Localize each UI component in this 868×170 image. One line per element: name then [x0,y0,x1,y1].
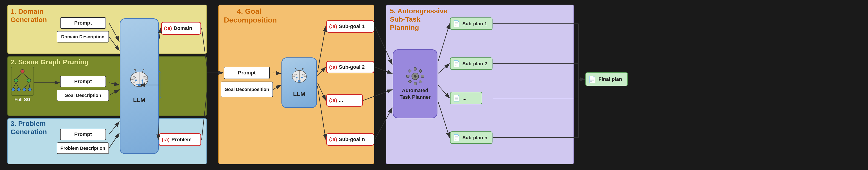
brain-svg-left [128,69,151,94]
sec2-goal-desc-label: Goal Description [64,93,101,98]
svg-point-45 [302,68,304,69]
subgoal-ellipsis-label: ... [339,97,343,103]
svg-rect-29 [138,84,141,86]
subgoal-n-badge: (:a) Sub-goal n [326,133,374,146]
subgoal-1-badge: (:a) Sub-goal 1 [326,20,374,33]
sec4-prompt-label: Prompt [238,70,256,76]
svg-point-3 [12,88,15,91]
svg-rect-41 [298,80,301,82]
sec1-prompt-box: Prompt [60,17,106,29]
sec3-problem-label: Problem [172,137,191,143]
sec1-domain-desc-label: Domain Description [61,34,104,39]
sec4-goal-decomp-box: Goal Decomposition [221,82,273,97]
subgoal-1-prefix: (:a) [329,23,337,29]
subplan-n-box: 📄 Sub-plan n [450,132,493,144]
subplan-2-label: Sub-plan 2 [462,61,487,66]
svg-line-8 [23,73,29,79]
sec1-domain-result: (:a) Domain [161,22,201,35]
subplan-1-doc-icon: 📄 [453,20,460,27]
svg-rect-52 [408,69,411,73]
subgoal-ellipsis-badge: (:a) ... [326,94,363,107]
svg-rect-51 [421,75,424,78]
sec1-domain-label: Domain [174,25,192,31]
svg-point-36 [296,77,298,78]
section-2-title: 2. Scene Graph Pruning [10,58,89,66]
llm-label-sec4: LLM [293,90,305,97]
subgoal-ellipsis-prefix: (:a) [329,97,337,103]
subgoal-2-label: Sub-goal 2 [339,64,365,70]
subgoal-n-label: Sub-goal n [339,137,365,142]
subplan-ellipsis-box: 📄 ... [450,92,482,104]
sec3-problem-result: (:a) Problem [159,133,201,146]
llm-label-left: LLM [133,96,145,104]
final-plan-box: 📄 Final plan [585,73,628,86]
subplan-2-box: 📄 Sub-plan 2 [450,57,493,70]
svg-rect-50 [406,75,409,78]
llm-box-left: LLM [120,18,159,154]
section-4-title: 4. Goal Decomposition [224,7,274,25]
svg-line-10 [16,82,19,88]
sec3-prompt-label: Prompt [74,132,92,137]
svg-point-5 [23,88,26,91]
svg-rect-48 [414,67,416,70]
atp-label: Automated Task Planner [397,87,433,101]
llm-box-sec4: LLM [281,57,317,108]
subplan-ellipsis-label: ... [462,95,467,101]
svg-rect-49 [414,82,416,85]
svg-point-31 [134,69,135,70]
section-1-title: 1. Domain Generation [10,7,56,24]
svg-line-11 [24,82,29,88]
sec3-prompt-box: Prompt [60,129,106,140]
sec4-prompt-box: Prompt [224,67,270,79]
subplan-n-doc-icon: 📄 [453,134,460,141]
svg-line-7 [16,73,23,79]
subplan-ellipsis-doc-icon: 📄 [453,95,460,102]
svg-rect-54 [408,80,411,83]
svg-point-4 [17,88,21,91]
svg-point-25 [142,80,143,81]
subplan-n-label: Sub-plan n [462,135,488,140]
atp-box: Automated Task Planner [393,49,437,118]
gear-svg [406,67,424,85]
subplan-1-box: 📄 Sub-plan 1 [450,18,493,30]
sec4-goal-decomp-label: Goal Decomposition [224,86,269,92]
sec1-prompt-label: Prompt [74,20,92,26]
subgoal-2-badge: (:a) Sub-goal 2 [326,61,374,73]
svg-line-9 [13,82,16,88]
svg-point-43 [295,68,297,69]
sec2-prompt-box: Prompt [60,76,106,87]
sec3-problem-desc-box: Problem Description [57,142,109,154]
section-5-title: 5. Autoregressive Sub-Task Planning [390,7,450,32]
full-sg-icon [11,67,34,96]
svg-rect-55 [418,80,422,83]
svg-point-37 [301,77,303,78]
section-3-title: 3. Problem Generation [10,119,52,136]
svg-point-47 [414,75,416,78]
subgoal-2-prefix: (:a) [329,64,337,70]
sec2-goal-desc-box: Goal Description [57,90,109,101]
svg-point-24 [135,80,137,81]
svg-point-0 [21,69,24,73]
full-sg-label: Full SG [11,97,34,102]
subplan-2-doc-icon: 📄 [453,60,460,67]
sec1-domain-desc-box: Domain Description [57,31,109,42]
svg-line-12 [29,82,30,88]
svg-point-6 [28,88,31,91]
diagram-wrapper: 1. Domain Generation 2. Scene Graph Prun… [7,5,861,165]
svg-point-1 [14,79,18,82]
subgoal-n-prefix: (:a) [329,137,337,142]
svg-point-2 [27,79,31,82]
sec3-problem-desc-label: Problem Description [60,146,105,151]
subgoal-1-label: Sub-goal 1 [339,23,365,29]
svg-point-33 [143,69,144,70]
brain-svg-sec4 [289,68,309,89]
sec1-badge-prefix: (:a) [164,25,172,31]
sec3-badge-prefix: (:a) [162,137,169,143]
final-plan-label: Final plan [598,76,622,82]
subplan-1-label: Sub-plan 1 [462,21,487,26]
final-plan-doc-icon: 📄 [588,76,596,83]
svg-rect-53 [418,69,422,73]
sec2-prompt-label: Prompt [74,79,92,85]
